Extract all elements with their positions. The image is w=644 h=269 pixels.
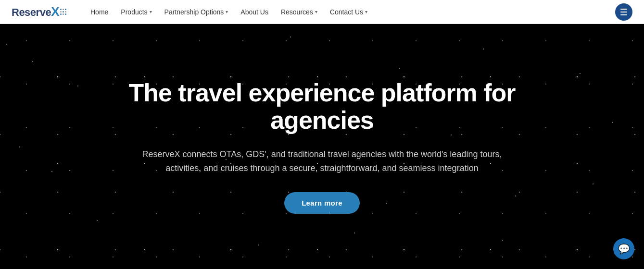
star-dot [354,232,355,233]
star-dot [290,37,291,37]
logo-reserve-text: Reserve [12,6,51,18]
contact-chevron-icon: ▾ [365,9,367,14]
hamburger-menu-button[interactable] [615,3,632,21]
star-dot [19,147,20,147]
star-dot [580,73,581,74]
logo-dot-8 [63,13,64,15]
logo[interactable]: ReserveX [12,4,66,19]
star-dot [77,86,78,86]
hamburger-line-1 [620,9,627,10]
hamburger-line-3 [620,14,627,15]
nav-home[interactable]: Home [86,5,113,19]
logo-dot-5 [63,11,64,12]
nav-partnership-label: Partnership Options [164,8,224,16]
chat-bubble-icon: 💬 [618,244,630,254]
hero-section: The travel experience platform for agenc… [0,24,644,269]
nav-about-label: About Us [240,8,268,16]
navbar: ReserveX Home Products [0,0,644,24]
resources-chevron-icon: ▾ [315,9,317,14]
star-dot [483,49,484,49]
logo-dots [60,9,66,15]
nav-contact-label: Contact Us [330,8,363,16]
star-dot [399,68,400,69]
nav-contact[interactable]: Contact Us ▾ [325,5,372,19]
logo-dot-2 [63,9,64,10]
star-dot [612,122,613,123]
products-chevron-icon: ▾ [150,9,152,14]
star-dot [97,220,98,221]
nav-resources-label: Resources [281,8,313,16]
hero-subtitle: ReserveX connects OTAs, GDS', and tradit… [125,147,519,175]
star-dot [593,183,593,184]
nav-partnership[interactable]: Partnership Options ▾ [160,5,233,19]
nav-products-label: Products [121,8,147,16]
logo-dot-7 [60,13,62,15]
chat-widget-button[interactable]: 💬 [613,238,634,259]
nav-resources[interactable]: Resources ▾ [276,5,322,19]
nav-about[interactable]: About Us [236,5,273,19]
nav-links: Home Products ▾ Partnership Options ▾ Ab… [86,5,615,19]
star-dot [6,44,7,45]
star-dot [258,245,259,245]
nav-products[interactable]: Products ▾ [116,5,156,19]
logo-dot-9 [65,13,66,15]
logo-x-text: X [51,4,59,19]
hero-content: The travel experience platform for agenc… [106,79,539,214]
star-dot [32,61,33,62]
logo-dot-6 [65,11,66,12]
logo-dot-3 [65,9,66,10]
partnership-chevron-icon: ▾ [226,9,228,14]
star-dot [502,240,503,241]
hero-title: The travel experience platform for agenc… [125,79,519,134]
star-dot [51,171,52,172]
logo-dot-4 [60,11,62,12]
learn-more-button[interactable]: Learn more [284,192,360,214]
logo-dot-1 [60,9,62,10]
nav-home-label: Home [90,8,108,16]
hamburger-line-2 [620,12,627,12]
hamburger-icon [620,9,627,15]
